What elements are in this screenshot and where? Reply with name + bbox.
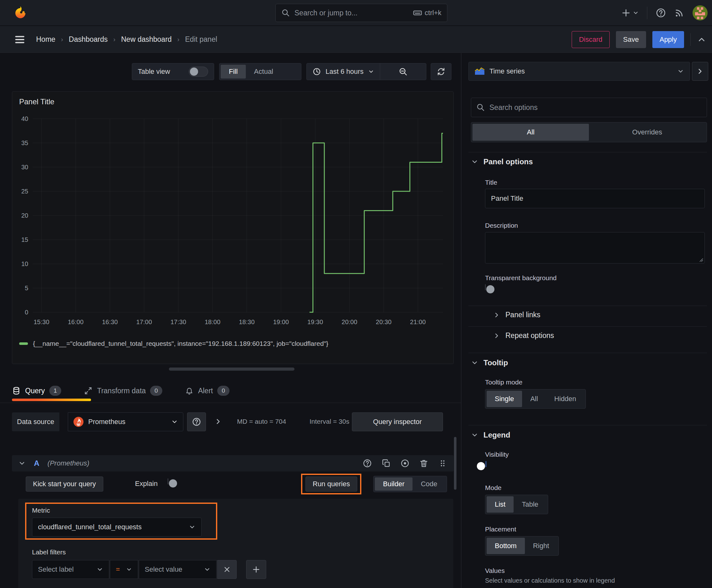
tab-transform[interactable]: Transform data 0 — [84, 386, 162, 396]
panel-preview: Panel Title 051015202530354015:3016:0016… — [12, 91, 454, 364]
tooltip-header[interactable]: Tooltip — [471, 358, 508, 367]
tab-overrides[interactable]: Overrides — [589, 124, 706, 141]
pane-resize-handle[interactable] — [169, 368, 295, 371]
svg-text:16:00: 16:00 — [68, 318, 84, 326]
legend-header[interactable]: Legend — [471, 430, 510, 439]
table-view-label: Table view — [138, 67, 170, 76]
menu-icon — [14, 34, 26, 45]
query-row-header[interactable]: A (Prometheus) — [12, 455, 454, 471]
zoom-out-button[interactable] — [380, 63, 426, 80]
repeat-options-section[interactable]: Repeat options — [493, 331, 554, 340]
description-textarea[interactable] — [485, 232, 705, 264]
global-search-input[interactable]: Search or jump to... ctrl+k — [275, 4, 447, 22]
transparent-background-toggle[interactable] — [485, 284, 486, 290]
resize-handle-icon[interactable] — [698, 257, 704, 262]
tooltip-hidden-option[interactable]: Hidden — [546, 391, 585, 407]
panel-links-section[interactable]: Panel links — [493, 311, 540, 319]
search-icon — [281, 8, 290, 17]
kick-start-query-button[interactable]: Kick start your query — [26, 477, 103, 491]
select-value-placeholder: Select value — [145, 565, 182, 573]
help-icon — [363, 459, 372, 468]
save-button[interactable]: Save — [616, 31, 646, 48]
chevron-right-icon — [214, 417, 222, 426]
legend-list-option[interactable]: List — [487, 496, 514, 512]
tab-alert[interactable]: Alert 0 — [185, 386, 230, 396]
run-queries-button[interactable]: Run queries — [305, 477, 357, 491]
metric-label: Metric — [32, 507, 50, 514]
select-label-dropdown[interactable]: Select label — [32, 560, 109, 579]
refresh-button[interactable] — [431, 63, 451, 80]
series-label[interactable]: {__name__="cloudflared_tunnel_total_requ… — [33, 340, 328, 348]
chevron-down-icon — [471, 431, 478, 439]
divider — [468, 425, 707, 425]
svg-text:17:00: 17:00 — [136, 318, 152, 326]
query-inspector-button[interactable]: Query inspector — [352, 413, 443, 431]
news-button[interactable] — [674, 8, 684, 18]
legend-visibility-toggle[interactable] — [486, 461, 486, 467]
search-icon — [476, 103, 485, 112]
datasource-picker[interactable]: Prometheus — [68, 413, 184, 431]
disable-query-button[interactable] — [400, 459, 410, 468]
breadcrumb-home[interactable]: Home — [36, 35, 55, 44]
options-search-placeholder: Search options — [490, 103, 537, 112]
svg-text:10: 10 — [21, 260, 28, 267]
placement-bottom-option[interactable]: Bottom — [487, 538, 525, 554]
mega-menu-button[interactable] — [14, 34, 26, 45]
transform-icon — [84, 386, 93, 395]
duplicate-query-button[interactable] — [382, 459, 391, 468]
remove-filter-button[interactable] — [217, 560, 237, 579]
chart-legend: {__name__="cloudflared_tunnel_total_requ… — [19, 340, 328, 348]
help-icon — [192, 417, 201, 426]
toggle-viz-picker-button[interactable] — [692, 62, 708, 81]
options-search[interactable]: Search options — [471, 98, 707, 117]
datasource-row: Data source Prometheus — [0, 413, 461, 431]
add-filter-button[interactable] — [246, 560, 266, 579]
operator-dropdown[interactable]: = — [110, 560, 138, 579]
visualization-picker[interactable]: Time series — [468, 62, 690, 81]
tab-query[interactable]: Query 1 — [12, 386, 61, 396]
search-placeholder: Search or jump to... — [295, 9, 413, 17]
fill-option[interactable]: Fill — [221, 65, 246, 79]
placement-right-option[interactable]: Right — [525, 538, 557, 554]
tab-all[interactable]: All — [473, 124, 589, 141]
description-label: Description — [485, 222, 518, 229]
apply-button[interactable]: Apply — [652, 31, 684, 48]
divider — [468, 306, 707, 306]
code-option[interactable]: Code — [412, 478, 446, 491]
breadcrumb-new-dashboard[interactable]: New dashboard — [121, 35, 172, 44]
query-help-button[interactable] — [363, 459, 372, 468]
datasource-help-button[interactable] — [187, 413, 206, 431]
builder-option[interactable]: Builder — [375, 478, 412, 491]
legend-table-option[interactable]: Table — [514, 496, 546, 512]
metric-select[interactable]: cloudflared_tunnel_total_requests — [32, 518, 201, 537]
delete-query-button[interactable] — [419, 459, 429, 468]
timeseries-chart[interactable]: 051015202530354015:3016:0016:3017:0017:3… — [15, 112, 451, 335]
copy-icon — [382, 459, 391, 468]
tooltip-all-option[interactable]: All — [522, 391, 546, 407]
shortcut-hint: ctrl+k — [413, 8, 441, 18]
new-menu-button[interactable] — [621, 8, 639, 18]
tooltip-single-option[interactable]: Single — [487, 391, 522, 407]
legend-values-label: Values — [485, 567, 505, 574]
chevron-up-icon — [697, 35, 706, 44]
table-view-toggle[interactable] — [189, 67, 208, 77]
select-value-dropdown[interactable]: Select value — [139, 560, 217, 579]
expand-options-button[interactable] — [214, 417, 222, 426]
chevron-down-icon — [632, 10, 639, 16]
grafana-logo-icon[interactable] — [13, 5, 28, 21]
svg-text:30: 30 — [21, 164, 28, 171]
explain-toggle[interactable] — [168, 478, 168, 484]
discard-button[interactable]: Discard — [572, 31, 610, 48]
drag-query-handle[interactable] — [438, 459, 447, 468]
help-button[interactable] — [655, 7, 666, 18]
select-label-placeholder: Select label — [38, 565, 74, 573]
time-range-picker[interactable]: Last 6 hours — [307, 63, 380, 80]
editor-tabs: Query 1 Transform data 0 Alert 0 — [12, 382, 252, 400]
panel-title-input[interactable] — [485, 189, 705, 208]
collapse-editor-button[interactable] — [697, 35, 706, 44]
scrollbar-thumb[interactable] — [454, 437, 456, 490]
panel-options-header[interactable]: Panel options — [471, 158, 533, 166]
breadcrumb-dashboards[interactable]: Dashboards — [69, 35, 108, 44]
actual-option[interactable]: Actual — [246, 65, 281, 79]
user-avatar[interactable] — [693, 5, 708, 20]
